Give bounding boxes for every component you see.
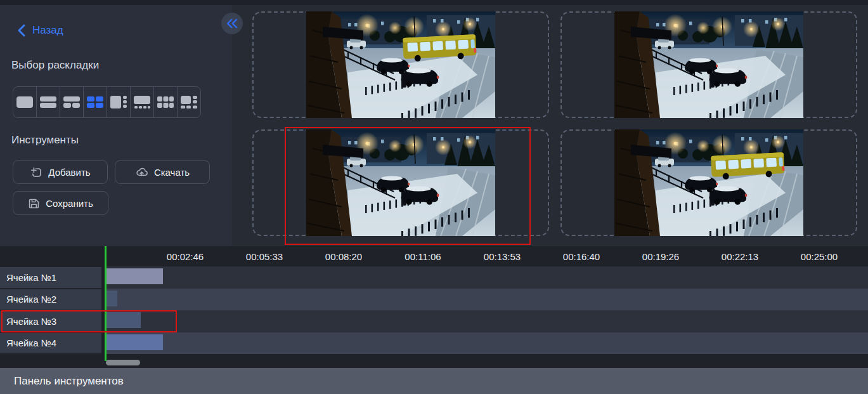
top-strip (0, 0, 868, 5)
layout-2x2-icon (86, 94, 105, 110)
chevrons-left-icon (226, 18, 238, 29)
ruler-time-label: 00:13:53 (484, 251, 521, 262)
row-track-4[interactable] (106, 332, 868, 355)
row-label-1[interactable]: Ячейка №1 (0, 267, 101, 288)
clip-bar-1[interactable] (107, 268, 163, 284)
tools-section-title: Инструменты (11, 134, 79, 147)
download-button[interactable]: Скачать (115, 160, 210, 184)
collapse-sidebar-button[interactable] (221, 13, 243, 34)
layout-option-layout-1-plus-3-right[interactable] (107, 87, 131, 117)
layout-1-plus-3-right-icon (109, 94, 128, 110)
ruler-time-label: 00:19:26 (642, 251, 679, 262)
layout-option-layout-1-plus-5[interactable] (178, 87, 200, 117)
download-label: Скачать (154, 167, 190, 178)
layout-option-layout-2-rows[interactable] (37, 87, 60, 117)
bottom-toolbar: Панель инструментов (0, 368, 868, 394)
ruler-time-label: 00:08:20 (325, 251, 362, 262)
back-button[interactable]: Назад (16, 24, 63, 37)
add-button[interactable]: Добавить (13, 160, 108, 184)
layout-1-plus-2-bottom-icon (62, 94, 81, 110)
ruler-time-label: 00:02:46 (167, 251, 204, 262)
layout-selector (13, 86, 201, 118)
selected-cell-highlight (285, 127, 531, 245)
row-track-3[interactable] (106, 310, 868, 332)
layout-1-plus-4-bottom-icon (133, 94, 152, 110)
row-label-4[interactable]: Ячейка №4 (0, 333, 101, 354)
layout-option-layout-2x2[interactable] (84, 87, 107, 117)
ruler-time-label: 00:05:33 (246, 251, 283, 262)
app-window: Назад Выбор раскладки Инструменты Добави… (0, 0, 868, 394)
timeline-row-2: Ячейка №2 (0, 289, 868, 311)
camera-frame (306, 11, 495, 118)
scrollbar-thumb[interactable] (106, 360, 140, 365)
save-label: Сохранить (46, 198, 93, 209)
ruler-time-label: 00:25:00 (801, 251, 838, 262)
cloud-upload-icon (135, 166, 148, 178)
toolbar-title: Панель инструментов (14, 368, 124, 394)
layout-option-layout-1-plus-4-bottom[interactable] (131, 87, 154, 117)
timeline-row-1: Ячейка №1 (0, 266, 868, 289)
layout-option-layout-single[interactable] (13, 87, 37, 117)
layout-section-title: Выбор раскладки (11, 59, 99, 72)
sidebar: Назад Выбор раскладки Инструменты Добави… (0, 5, 232, 246)
ruler-time-label: 00:11:06 (405, 251, 441, 262)
back-label: Назад (32, 24, 63, 37)
add-frame-icon (30, 166, 42, 178)
layout-option-layout-1-plus-2-bottom[interactable] (60, 87, 84, 117)
clip-bar-4[interactable] (107, 334, 163, 350)
layout-3x2-icon (156, 94, 175, 110)
timeline-tracks: Ячейка №1Ячейка №2Ячейка №3Ячейка №4 (0, 266, 868, 354)
layout-1-plus-5-icon (179, 94, 198, 110)
camera-cell-1[interactable] (252, 11, 549, 118)
floppy-save-icon (28, 197, 40, 209)
row-track-2[interactable] (106, 289, 868, 311)
layout-2-rows-icon (39, 94, 58, 110)
layout-option-layout-3x2[interactable] (154, 87, 178, 117)
timeline-ruler[interactable]: 00:02:4600:05:3300:08:2000:11:0600:13:53… (0, 246, 868, 266)
camera-frame (614, 11, 803, 118)
ruler-time-label: 00:22:13 (722, 251, 758, 262)
camera-cell-2[interactable] (560, 11, 857, 118)
selected-row-highlight (1, 310, 177, 332)
row-track-1[interactable] (106, 266, 868, 289)
clip-bar-2[interactable] (107, 291, 117, 306)
add-label: Добавить (48, 167, 90, 178)
camera-frame (614, 129, 803, 236)
playhead[interactable] (105, 246, 107, 361)
ruler-time-label: 00:16:40 (563, 251, 600, 262)
chevron-left-icon (16, 24, 27, 37)
row-label-2[interactable]: Ячейка №2 (0, 289, 101, 310)
timeline-scrollbar (0, 354, 868, 368)
layout-single-icon (15, 94, 34, 110)
camera-cell-4[interactable] (560, 129, 857, 236)
camera-grid (232, 5, 868, 246)
save-button[interactable]: Сохранить (13, 191, 108, 215)
timeline-row-4: Ячейка №4 (0, 332, 868, 355)
